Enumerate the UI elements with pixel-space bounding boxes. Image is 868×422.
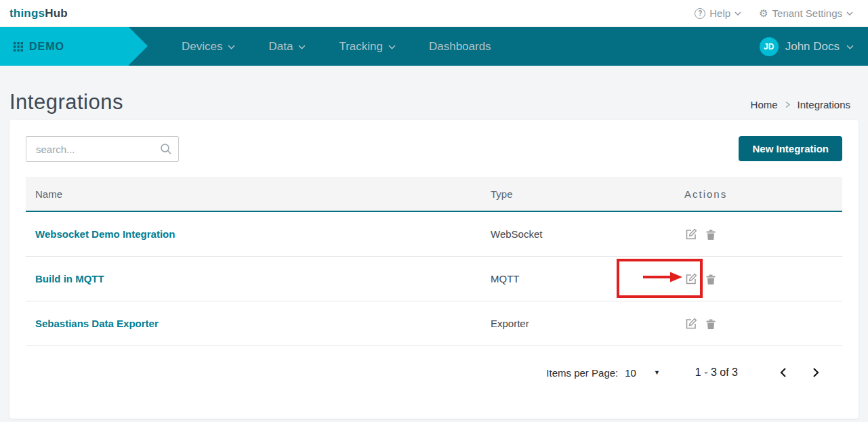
search-icon bbox=[160, 143, 172, 158]
integration-type: WebSocket bbox=[491, 228, 684, 240]
search-box bbox=[26, 136, 179, 162]
chevron-down-icon bbox=[846, 10, 853, 17]
integrations-table: Name Type Actions Websocket Demo Integra… bbox=[26, 177, 842, 346]
tenant-name: DEMO bbox=[29, 41, 64, 53]
items-per-page-label: Items per Page: bbox=[546, 367, 618, 379]
edit-icon[interactable] bbox=[684, 228, 698, 241]
help-icon: ? bbox=[695, 8, 705, 19]
search-input[interactable] bbox=[26, 136, 179, 162]
logo-part-hub: Hub bbox=[45, 7, 68, 20]
items-per-page-select[interactable]: 10 ▼ bbox=[618, 367, 660, 379]
nav-item-data[interactable]: Data bbox=[268, 40, 305, 54]
chevron-down-icon bbox=[228, 43, 234, 50]
page-range: 1 - 3 of 3 bbox=[695, 366, 738, 379]
table-row: Sebastians Data Exporter Exporter bbox=[26, 301, 842, 346]
chevron-down-icon bbox=[298, 43, 305, 50]
integration-link[interactable]: Build in MQTT bbox=[35, 273, 491, 284]
integrations-card: New Integration Name Type Actions Websoc… bbox=[9, 120, 859, 419]
chevron-down-icon bbox=[388, 43, 395, 50]
user-menu[interactable]: JD John Docs bbox=[760, 27, 853, 66]
nav-item-devices[interactable]: Devices bbox=[182, 40, 234, 54]
nav-label: Dashboards bbox=[429, 40, 491, 54]
nav-item-tracking[interactable]: Tracking bbox=[339, 40, 395, 54]
integration-link[interactable]: Sebastians Data Exporter bbox=[35, 318, 491, 329]
pagination: Items per Page: 10 ▼ 1 - 3 of 3 bbox=[26, 365, 842, 380]
items-per-page-value: 10 bbox=[625, 367, 636, 379]
integration-type: Exporter bbox=[491, 318, 684, 329]
column-header-name: Name bbox=[35, 188, 491, 200]
delete-icon[interactable] bbox=[704, 317, 718, 331]
app-logo[interactable]: thingsHub bbox=[9, 7, 68, 20]
column-header-type: Type bbox=[491, 188, 684, 200]
user-avatar: JD bbox=[760, 37, 779, 56]
column-header-actions: Actions bbox=[684, 188, 842, 200]
help-label: Help bbox=[709, 7, 730, 19]
previous-page-button[interactable] bbox=[776, 365, 791, 380]
apps-grid-icon bbox=[14, 42, 23, 51]
breadcrumb: Home Integrations bbox=[751, 99, 850, 114]
main-nav-bar: DEMO Devices Data Tracking Dashboards JD… bbox=[0, 27, 868, 66]
breadcrumb-current: Integrations bbox=[798, 99, 850, 110]
table-row: Websocket Demo Integration WebSocket bbox=[26, 212, 842, 257]
nav-label: Devices bbox=[182, 40, 222, 54]
integration-type: MQTT bbox=[491, 273, 684, 284]
nav-label: Tracking bbox=[339, 40, 383, 54]
chevron-down-icon bbox=[846, 43, 853, 50]
integration-link[interactable]: Websocket Demo Integration bbox=[35, 228, 491, 240]
next-page-button[interactable] bbox=[808, 365, 823, 380]
logo-part-things: things bbox=[9, 7, 45, 20]
new-integration-button[interactable]: New Integration bbox=[739, 136, 842, 161]
nav-label: Data bbox=[268, 40, 293, 54]
tenant-selector[interactable]: DEMO bbox=[0, 27, 129, 66]
page-title: Integrations bbox=[9, 90, 123, 114]
nav-item-dashboards[interactable]: Dashboards bbox=[429, 40, 491, 54]
breadcrumb-home[interactable]: Home bbox=[751, 99, 778, 110]
tenant-settings-label: Tenant Settings bbox=[772, 7, 842, 19]
tenant-settings-menu[interactable]: ⚙ Tenant Settings bbox=[759, 7, 853, 19]
table-header: Name Type Actions bbox=[26, 177, 842, 212]
help-menu[interactable]: ? Help bbox=[695, 7, 741, 19]
top-bar: thingsHub ? Help ⚙ Tenant Settings bbox=[0, 0, 868, 27]
delete-icon[interactable] bbox=[704, 272, 718, 286]
edit-icon[interactable] bbox=[684, 272, 698, 286]
chevron-down-icon bbox=[735, 10, 741, 17]
delete-icon[interactable] bbox=[704, 228, 718, 241]
chevron-right-icon bbox=[785, 101, 791, 108]
dropdown-triangle-icon: ▼ bbox=[654, 369, 660, 376]
user-name: John Docs bbox=[785, 40, 840, 54]
gear-icon: ⚙ bbox=[759, 8, 768, 18]
table-row: Build in MQTT MQTT bbox=[26, 257, 842, 301]
edit-icon[interactable] bbox=[684, 317, 698, 331]
